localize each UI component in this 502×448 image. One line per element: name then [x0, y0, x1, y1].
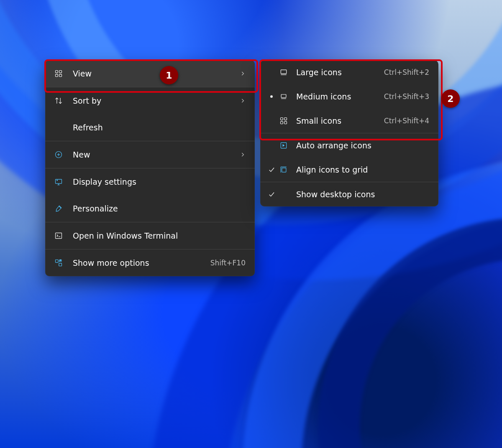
- paintbrush-icon: [54, 204, 64, 213]
- menu-item-label: Open in Windows Terminal: [73, 231, 246, 240]
- submenu-item-align-to-grid[interactable]: Align icons to grid: [260, 158, 438, 182]
- chevron-right-icon: [240, 69, 246, 78]
- submenu-item-label: Large icons: [296, 68, 384, 77]
- callout-badge-1: 1: [160, 66, 178, 84]
- check-indicator-checked: [267, 191, 276, 198]
- svg-rect-21: [281, 94, 286, 98]
- submenu-item-small-icons[interactable]: Small icons Ctrl+Shift+4: [260, 109, 438, 133]
- menu-item-open-terminal[interactable]: Open in Windows Terminal: [45, 222, 255, 249]
- sort-icon: [54, 97, 64, 105]
- submenu-item-label: Medium icons: [296, 92, 384, 101]
- svg-rect-14: [56, 233, 62, 238]
- medium-icons-icon: [279, 92, 289, 101]
- menu-item-personalize[interactable]: Personalize: [45, 195, 255, 222]
- menu-item-new[interactable]: New: [45, 141, 255, 168]
- grid-icon: [54, 69, 64, 78]
- menu-item-refresh[interactable]: Refresh: [45, 114, 255, 141]
- svg-rect-25: [281, 122, 283, 124]
- menu-item-label: Sort by: [73, 96, 240, 105]
- submenu-item-label: Small icons: [296, 116, 384, 125]
- submenu-item-show-desktop-icons[interactable]: Show desktop icons: [260, 182, 438, 206]
- display-settings-icon: [54, 178, 64, 186]
- submenu-item-label: Show desktop icons: [296, 190, 429, 199]
- view-submenu: Large icons Ctrl+Shift+2 Medium icons Ct…: [260, 60, 438, 206]
- large-icons-icon: [279, 68, 289, 76]
- menu-item-label: View: [73, 69, 240, 78]
- svg-rect-0: [56, 71, 58, 73]
- small-icons-icon: [279, 117, 289, 125]
- svg-rect-17: [59, 263, 62, 266]
- menu-item-label: Display settings: [73, 177, 246, 186]
- align-grid-icon: [279, 165, 289, 174]
- menu-item-show-more-options[interactable]: Show more options Shift+F10: [45, 249, 255, 276]
- chevron-right-icon: [240, 96, 246, 105]
- radio-indicator-selected: [267, 95, 276, 98]
- menu-item-label: Refresh: [73, 123, 246, 132]
- submenu-item-shortcut: Ctrl+Shift+2: [384, 68, 429, 76]
- submenu-item-shortcut: Ctrl+Shift+3: [384, 92, 429, 101]
- svg-rect-3: [59, 74, 62, 77]
- svg-rect-26: [284, 122, 287, 124]
- auto-arrange-icon: [279, 141, 289, 150]
- menu-item-view[interactable]: View: [45, 60, 255, 87]
- terminal-icon: [54, 232, 64, 240]
- svg-rect-1: [59, 71, 62, 73]
- svg-rect-24: [284, 118, 287, 120]
- submenu-item-auto-arrange[interactable]: Auto arrange icons: [260, 133, 438, 158]
- plus-circle-icon: [54, 150, 64, 159]
- svg-rect-19: [281, 70, 286, 74]
- submenu-item-label: Align icons to grid: [296, 165, 429, 174]
- svg-rect-23: [281, 118, 283, 120]
- svg-rect-2: [56, 74, 58, 77]
- menu-item-label: Show more options: [73, 258, 210, 267]
- desktop-context-menu: View Sort by Refresh New Display sett: [45, 60, 255, 276]
- submenu-item-label: Auto arrange icons: [296, 141, 429, 150]
- svg-rect-16: [56, 260, 59, 263]
- menu-item-label: Personalize: [73, 204, 246, 213]
- menu-item-display-settings[interactable]: Display settings: [45, 168, 255, 195]
- callout-badge-2: 2: [441, 89, 460, 108]
- menu-item-label: New: [73, 150, 240, 159]
- show-more-icon: [54, 259, 64, 267]
- svg-rect-9: [56, 179, 62, 183]
- menu-item-sort-by[interactable]: Sort by: [45, 87, 255, 114]
- submenu-item-large-icons[interactable]: Large icons Ctrl+Shift+2: [260, 60, 438, 84]
- svg-rect-28: [282, 168, 286, 172]
- submenu-item-medium-icons[interactable]: Medium icons Ctrl+Shift+3: [260, 84, 438, 109]
- menu-item-shortcut: Shift+F10: [210, 259, 246, 267]
- svg-point-12: [56, 180, 58, 181]
- submenu-item-shortcut: Ctrl+Shift+4: [384, 117, 429, 125]
- check-indicator-checked: [267, 166, 276, 173]
- chevron-right-icon: [240, 150, 246, 159]
